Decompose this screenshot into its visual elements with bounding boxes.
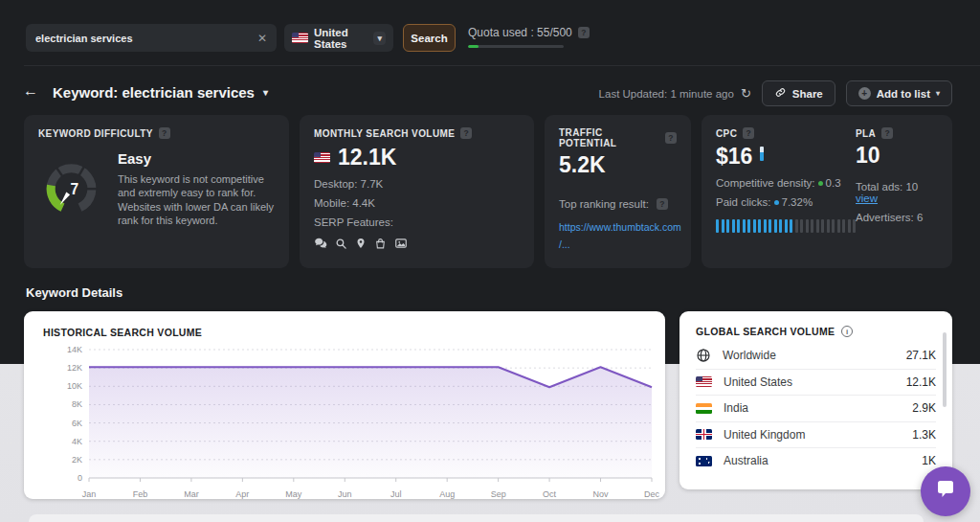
cpc-scale-bar — [779, 219, 782, 233]
svg-text:10K: 10K — [67, 381, 82, 391]
svg-text:Oct: Oct — [543, 489, 557, 499]
traffic-potential-card: TRAFFIC POTENTIAL 5.2K Top ranking resul… — [545, 115, 691, 268]
question-info-icon[interactable] — [657, 198, 668, 210]
svg-text:Jun: Jun — [338, 489, 352, 499]
top-ranking-result-link[interactable]: https://www.thumbtack.com — [559, 221, 677, 233]
gb-flag-icon — [696, 429, 712, 440]
search-icon — [335, 238, 347, 250]
country-name: United Kingdom — [724, 428, 805, 442]
cpc-scale-bar — [848, 219, 851, 233]
refresh-icon[interactable]: ↻ — [741, 86, 751, 101]
top-ranking-result-link-more[interactable]: /... — [559, 238, 677, 250]
svg-text:8K: 8K — [72, 399, 82, 409]
last-updated-text: Last Updated: 1 minute ago — [599, 88, 734, 100]
question-info-icon[interactable] — [665, 132, 677, 144]
country-volume-value: 12.1K — [906, 375, 936, 389]
page-title[interactable]: Keyword: electrician services ▾ — [53, 84, 268, 101]
historical-search-volume-card: HISTORICAL SEARCH VOLUME 02K4K6K8K10K12K… — [24, 311, 665, 499]
svg-text:Apr: Apr — [235, 489, 249, 499]
share-button[interactable]: Share — [762, 80, 835, 106]
cpc-scale-bar — [795, 219, 798, 233]
cpc-value: $16 — [716, 144, 752, 170]
cpc-scale-bar — [811, 219, 813, 233]
country-volume-value: 1.3K — [912, 428, 936, 442]
list-item: Australia1K — [696, 447, 936, 474]
search-button[interactable]: Search — [403, 24, 456, 52]
competitive-density-label: Competitive density: — [716, 177, 815, 189]
quota-progress-bar — [468, 45, 564, 48]
cpc-scale-bar — [753, 219, 756, 233]
circle-info-icon[interactable] — [841, 326, 853, 337]
keyword-search-box[interactable]: ✕ — [26, 24, 277, 52]
paid-clicks-value: 7.32% — [782, 196, 813, 208]
cpc-scale-bar — [806, 219, 809, 233]
list-item: United States12.1K — [696, 369, 936, 396]
cpc-scale-bar — [842, 219, 845, 233]
question-info-icon[interactable] — [159, 127, 170, 139]
paid-clicks-line: Paid clicks:7.32% — [716, 196, 856, 208]
question-info-icon[interactable] — [578, 27, 590, 38]
shopping-icon — [374, 238, 387, 250]
svg-text:Jan: Jan — [82, 489, 97, 499]
chevron-down-icon: ▾ — [936, 89, 940, 98]
svg-text:Jul: Jul — [390, 489, 402, 499]
competitive-density-value: 0.3 — [826, 177, 841, 189]
cpc-scale-bar — [747, 219, 750, 233]
cpc-scale-bar — [821, 219, 824, 233]
scrollbar[interactable] — [943, 332, 947, 407]
difficulty-description: This keyword is not competitive and extr… — [118, 172, 275, 227]
mobile-volume: Mobile: 4.4K — [314, 197, 520, 209]
pla-title: PLA — [856, 128, 876, 139]
keyword-difficulty-title: KEYWORD DIFFICULTY — [38, 128, 153, 139]
us-flag-icon — [314, 152, 330, 163]
cpc-scale-bar — [764, 219, 767, 233]
country-name: United States — [724, 375, 792, 389]
svg-text:12K: 12K — [67, 363, 82, 373]
serp-features-label: SERP Features: — [314, 216, 520, 228]
country-volume-value: 1K — [922, 454, 936, 467]
pla-value: 10 — [856, 143, 938, 169]
keyword-overview-screen: ✕ United States ▾ Search Quota used : 55… — [0, 0, 980, 522]
cpc-scale-bar — [816, 219, 819, 233]
local-pack-icon — [355, 238, 367, 249]
cpc-scale-bar — [743, 219, 746, 233]
serp-feature-icons — [314, 237, 520, 250]
monthly-volume-value: 12.1K — [338, 145, 396, 170]
question-info-icon[interactable] — [460, 127, 472, 139]
chat-fab-button[interactable] — [921, 466, 970, 516]
cpc-scale-bar — [827, 219, 830, 233]
list-item: Worldwide27.1K — [696, 342, 936, 369]
in-flag-icon — [696, 403, 712, 414]
green-dot-icon — [818, 181, 823, 186]
view-ads-link[interactable]: view — [856, 193, 878, 204]
keyword-details-heading: Keyword Details — [26, 285, 122, 300]
country-label: United States — [314, 27, 368, 50]
list-item: United Kingdom1.3K — [696, 421, 936, 448]
paid-clicks-label: Paid clicks: — [716, 196, 771, 208]
share-label: Share — [792, 88, 823, 100]
cpc-scale-bar — [726, 219, 729, 233]
svg-text:Feb: Feb — [133, 489, 148, 499]
add-to-list-label: Add to list — [877, 88, 930, 100]
svg-text:14K: 14K — [67, 345, 82, 354]
svg-text:Nov: Nov — [593, 489, 610, 499]
cpc-bars — [716, 219, 856, 233]
svg-text:Mar: Mar — [184, 489, 199, 499]
historical-search-volume-chart: 02K4K6K8K10K12K14KJanFebMarAprMayJunJulA… — [43, 340, 665, 505]
cpc-trend-bar-icon — [760, 147, 764, 161]
search-input[interactable] — [35, 33, 252, 44]
cpc-scale-bar — [758, 219, 761, 233]
svg-text:2K: 2K — [72, 455, 82, 465]
back-button[interactable]: ← — [23, 82, 38, 100]
blue-dot-icon — [774, 200, 779, 205]
quota-label: Quota used : 55/500 — [468, 26, 572, 39]
question-info-icon[interactable] — [743, 127, 754, 139]
add-to-list-button[interactable]: Add to list ▾ — [846, 80, 952, 106]
gauge-needle — [60, 193, 70, 205]
question-info-icon[interactable] — [881, 127, 893, 139]
cpc-scale-bar — [768, 219, 771, 233]
clear-search-icon[interactable]: ✕ — [252, 32, 267, 45]
country-volume-value: 2.9K — [912, 401, 936, 415]
country-select[interactable]: United States ▾ — [284, 24, 393, 52]
cpc-scale-bar — [737, 219, 740, 233]
